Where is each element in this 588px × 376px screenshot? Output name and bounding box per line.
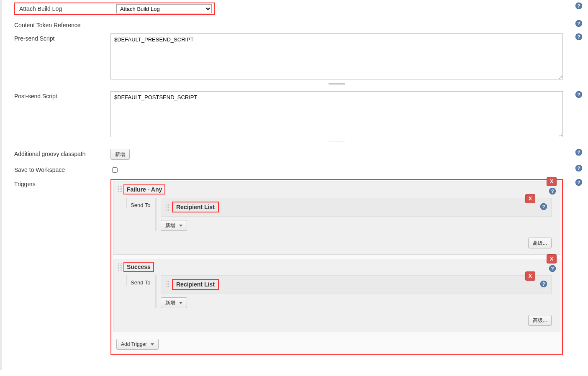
recipient-block: X ? Recipient List: [161, 198, 552, 217]
trigger-sendto-row: Send To X ? Recipient List: [113, 274, 560, 312]
trigger-footer: 高级...: [113, 312, 560, 332]
resize-handle-icon[interactable]: [110, 138, 563, 144]
add-button-label: 新增: [165, 223, 175, 228]
trigger-block-failure-any: X ? Failure - Any Send To X ?: [113, 182, 560, 255]
send-to-body: X ? Recipient List 新增: [155, 275, 552, 308]
help-icon[interactable]: ?: [575, 149, 582, 156]
sendto-add-button[interactable]: 新增: [161, 220, 187, 231]
send-to-label: Send To: [126, 198, 155, 208]
add-trigger-label: Add Trigger: [121, 341, 147, 347]
classpath-add-button[interactable]: 新增: [110, 149, 130, 160]
drag-handle-icon[interactable]: [118, 263, 122, 271]
help-icon[interactable]: ?: [540, 203, 547, 210]
sendto-add-button[interactable]: 新增: [161, 297, 187, 308]
resize-handle-icon[interactable]: [110, 80, 563, 86]
help-icon[interactable]: ?: [575, 20, 582, 27]
send-to-label: Send To: [126, 275, 155, 286]
help-icon[interactable]: ?: [540, 281, 547, 287]
row-attach-build-log: Attach Build Log Attach Build Log ?: [2, 0, 588, 18]
trigger-header: Failure - Any: [113, 182, 560, 196]
recipient-list-title: Recipient List: [173, 202, 218, 212]
recipient-delete-button[interactable]: X: [525, 194, 535, 203]
drag-handle-icon[interactable]: [118, 186, 122, 193]
send-to-body: X ? Recipient List 新增: [155, 198, 552, 231]
row-pre-send-script: Pre-send Script ?: [2, 31, 588, 89]
attach-build-log-label: Attach Build Log: [15, 5, 116, 12]
row-save-workspace: Save to Workspace ?: [2, 162, 588, 176]
trigger-block-success: X ? Success Send To X ?: [113, 259, 560, 332]
trigger-title: Failure - Any: [124, 185, 164, 194]
add-trigger-row: Add Trigger: [113, 336, 560, 352]
help-icon[interactable]: ?: [575, 165, 582, 171]
post-send-script-label: Post-send Script: [14, 91, 110, 100]
drag-handle-icon[interactable]: [166, 281, 170, 288]
advanced-button[interactable]: 高级...: [528, 238, 552, 248]
caret-down-icon: [151, 343, 154, 345]
attach-build-log-select[interactable]: Attach Build Log: [116, 4, 212, 13]
trigger-sendto-row: Send To X ? Recipient List: [113, 196, 560, 235]
classpath-label: Additional groovy classpath: [14, 149, 110, 157]
save-workspace-label: Save to Workspace: [14, 165, 110, 173]
post-send-script-input[interactable]: [110, 91, 563, 137]
pre-send-script-label: Pre-send Script: [14, 33, 110, 42]
help-icon[interactable]: ?: [575, 91, 582, 98]
caret-down-icon: [179, 302, 182, 304]
caret-down-icon: [179, 225, 182, 227]
advanced-button[interactable]: 高级...: [528, 315, 552, 326]
recipient-delete-button[interactable]: X: [525, 271, 535, 281]
help-icon[interactable]: ?: [575, 3, 582, 9]
recipient-block: X ? Recipient List: [161, 275, 552, 294]
trigger-header: Success: [113, 259, 560, 274]
help-icon[interactable]: ?: [575, 179, 582, 186]
row-triggers: Triggers X ? Failure - Any Send To: [2, 176, 588, 357]
pre-send-script-input[interactable]: [110, 33, 563, 79]
add-button-label: 新增: [165, 300, 175, 306]
row-post-send-script: Post-send Script ?: [2, 89, 588, 146]
attach-build-log-highlight: Attach Build Log Attach Build Log: [14, 3, 215, 15]
triggers-label: Triggers: [14, 179, 110, 187]
help-icon[interactable]: ?: [575, 33, 582, 40]
trigger-footer: 高级...: [113, 235, 560, 254]
content-token-ref-label: Content Token Reference: [14, 20, 110, 28]
drag-handle-icon[interactable]: [166, 203, 170, 211]
config-form: Attach Build Log Attach Build Log ? Cont…: [0, 0, 588, 370]
row-content-token-ref: Content Token Reference ?: [2, 18, 588, 31]
recipient-list-title: Recipient List: [173, 280, 218, 289]
trigger-title: Success: [124, 263, 153, 271]
save-workspace-checkbox[interactable]: [112, 167, 118, 173]
row-classpath: Additional groovy classpath 新增 ?: [2, 146, 588, 162]
add-trigger-button[interactable]: Add Trigger: [116, 339, 159, 350]
triggers-container: X ? Failure - Any Send To X ?: [110, 179, 563, 355]
